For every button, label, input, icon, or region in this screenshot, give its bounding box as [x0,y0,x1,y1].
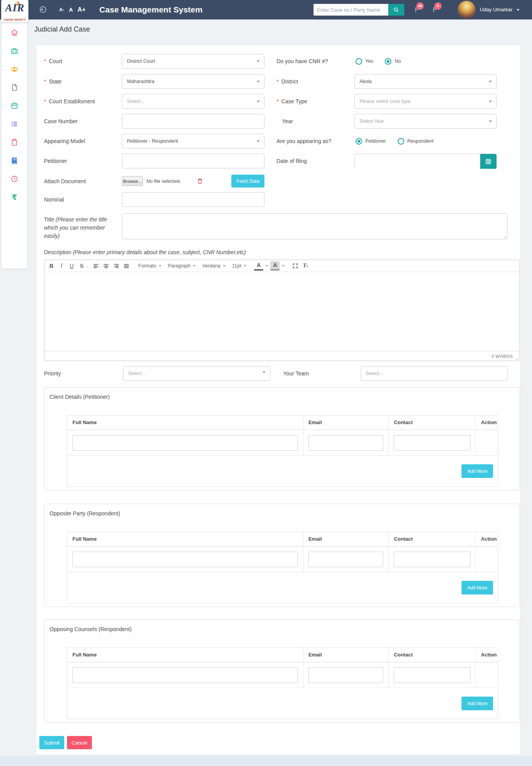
font-normal-button[interactable]: A [69,0,73,19]
bold-button[interactable]: B [47,261,56,271]
case-type-select[interactable]: Please select case type [354,94,497,109]
chevron-down-icon [243,265,247,267]
file-status-text: No file selected. [146,174,181,189]
appearing-model-select[interactable]: Petitioner - Respondent [122,134,264,149]
fetch-data-button[interactable]: Fetch Data [231,175,264,188]
submit-button[interactable]: Submit [39,736,64,749]
book-icon [10,156,19,165]
year-select[interactable]: Select Year [354,114,497,129]
sidebar-item-clipboard[interactable] [2,133,27,151]
court-establishment-select[interactable]: Select... [122,94,264,109]
cancel-button[interactable]: Cancel [67,736,92,749]
chevron-down-icon [262,371,266,373]
state-select[interactable]: Maharashtra [122,74,264,89]
calendar-icon [485,158,492,165]
date-of-filing-input[interactable] [355,154,480,169]
search-input[interactable] [314,4,388,16]
chevron-down-icon [257,140,260,142]
opposite-fullname-input[interactable] [72,552,298,567]
sidebar-item-diary[interactable] [2,151,27,170]
strikethrough-button[interactable]: S [77,261,86,271]
sidebar-item-cases[interactable] [2,41,27,60]
sidebar-item-team[interactable] [2,60,27,78]
nominal-input[interactable] [122,192,264,207]
cnr-radio-group: Yes No [356,54,401,69]
opposite-email-input[interactable] [308,552,384,567]
opposite-party-section: Opposite Party (Respondent) Full Name Em… [44,504,520,607]
align-center-button[interactable] [101,261,111,271]
counsel-contact-input[interactable] [394,667,470,683]
font-decrease-button[interactable]: A- [59,0,64,19]
chevron-down-icon [257,60,260,62]
align-right-button[interactable] [111,261,121,271]
add-more-button[interactable]: Add More [462,581,493,594]
radio-icon [356,138,362,145]
add-more-button[interactable]: Add More [462,697,493,710]
appearing-respondent-radio[interactable]: Respondent [398,138,433,145]
font-size-dropdown[interactable]: 11pt [229,263,249,269]
search-button[interactable] [388,4,404,16]
text-color-caret[interactable] [264,265,270,267]
add-more-button[interactable]: Add More [462,464,493,478]
sidebar-item-home[interactable] [2,23,27,41]
client-email-input[interactable] [308,435,384,451]
add-case-form: *Court District Court Do you have CNR #?… [36,45,521,755]
column-header-fullname: Full Name [67,532,303,546]
italic-button[interactable]: I [57,261,66,271]
user-menu[interactable]: Uday Umarkar [480,0,520,19]
font-family-dropdown[interactable]: Verdana [199,263,229,269]
action-cell [476,662,498,688]
appearing-petitioner-radio[interactable]: Petitioner [356,138,386,145]
underline-button[interactable]: U [67,261,76,271]
sidebar-item-history[interactable] [2,170,27,188]
list-icon [10,120,19,128]
your-team-select[interactable]: Select... [361,366,508,381]
petitioner-input[interactable] [122,154,264,168]
align-justify-button[interactable] [122,261,131,271]
background-color-caret[interactable] [280,265,286,267]
radio-icon [385,58,391,65]
date-picker-button[interactable] [480,154,497,169]
case-number-input[interactable] [122,114,264,129]
editor-content-area[interactable] [44,272,519,351]
logo-tagline: VISION INFINITY [1,18,28,21]
counsel-fullname-input[interactable] [72,667,298,683]
client-fullname-input[interactable] [72,435,298,451]
visibility-toggle-icon[interactable] [39,5,47,14]
trash-icon[interactable] [196,177,204,185]
title-textarea[interactable] [122,213,507,239]
sidebar-item-finance[interactable]: ₹ [2,188,27,206]
resize-grip-icon[interactable] [503,235,506,238]
sidebar-item-documents[interactable] [2,78,27,96]
avatar[interactable] [458,1,476,19]
clear-formatting-button[interactable]: Tx [301,261,310,271]
browse-button[interactable]: Browse... [122,176,143,186]
font-increase-button[interactable]: A+ [78,0,86,19]
fullscreen-button[interactable] [291,261,300,271]
text-color-button[interactable]: A [254,261,263,271]
resize-grip-icon[interactable] [514,356,518,360]
district-select[interactable]: Akola [354,74,497,89]
chevron-down-icon [223,265,226,267]
notification-badge: 49 [416,2,424,10]
court-select[interactable]: District Court [122,54,264,69]
alerts-button[interactable]: 0 [432,6,440,14]
app-logo[interactable]: AIR VISION INFINITY [1,0,28,22]
sidebar-item-calendar[interactable] [2,96,27,115]
align-left-button[interactable] [91,261,100,271]
cnr-yes-radio[interactable]: Yes [356,58,373,65]
formats-dropdown[interactable]: Formats [136,263,164,269]
priority-select[interactable]: Select... [123,366,270,381]
background-color-button[interactable]: A [270,261,280,271]
table-header-row: Full Name Email Contact Action [67,416,498,430]
cnr-no-radio[interactable]: No [385,58,401,65]
client-contact-input[interactable] [394,435,470,451]
sidebar-item-tasks[interactable] [2,115,27,133]
counsel-email-input[interactable] [308,667,384,683]
section-title: Client Details (Petitioner) [49,394,110,400]
opposite-contact-input[interactable] [394,552,470,567]
user-name-label: Uday Umarkar [480,7,513,12]
notifications-button[interactable]: 49 [414,6,422,14]
paragraph-dropdown[interactable]: Paragraph [165,263,199,269]
court-label: *Court [44,54,120,69]
